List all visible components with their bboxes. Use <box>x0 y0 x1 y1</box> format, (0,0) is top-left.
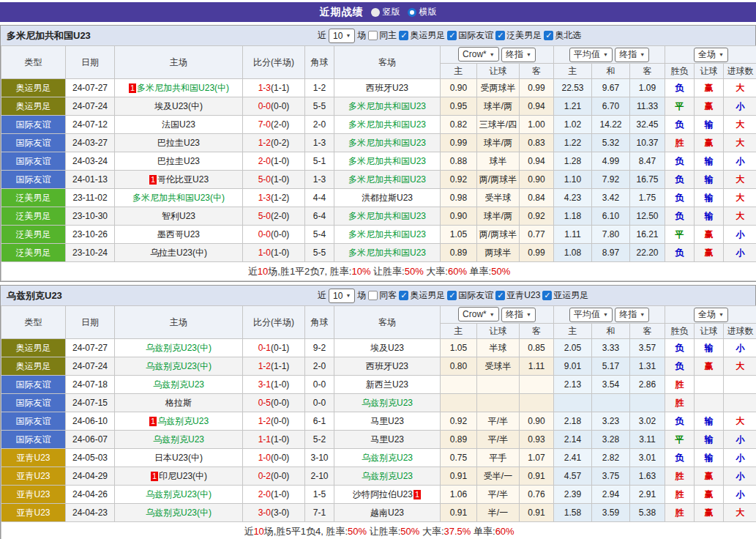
checkbox-checked-icon[interactable] <box>399 291 408 300</box>
comp-checkbox-0[interactable]: 奥运男足 <box>399 289 445 302</box>
cell-result-goals: 小 <box>724 486 756 504</box>
cell-type: 泛美男足 <box>1 207 66 226</box>
final-avg-select[interactable]: 终指▼ <box>615 48 649 62</box>
checkbox-checked-icon[interactable] <box>447 291 457 300</box>
cell-handicap: 平/半 <box>477 486 520 504</box>
cell-odds-away: 0.90 <box>520 412 554 431</box>
checkbox-checked-icon[interactable] <box>495 31 505 40</box>
final-odds-select[interactable]: 终指▼ <box>501 308 536 322</box>
final-odds-select[interactable]: 终指▼ <box>501 48 536 62</box>
cell-home-team: 1乌兹别克U23 <box>115 412 243 431</box>
checkbox-checked-icon[interactable] <box>544 31 553 40</box>
halftime-score: (0-0) <box>271 471 289 481</box>
match-count-select[interactable]: 10▼ <box>329 289 355 303</box>
chevron-down-icon: ▼ <box>603 312 608 317</box>
radio-selected-icon[interactable] <box>408 8 416 17</box>
checkbox-checked-icon[interactable] <box>542 291 552 300</box>
cell-avg-home: 1.11 <box>554 226 592 244</box>
cell-handicap <box>477 376 520 394</box>
filter-controls: 近 10▼ 场 同主 奥运男足 国际友谊 泛美男足 奥北选 <box>318 29 581 43</box>
checkbox-unchecked-icon[interactable] <box>368 291 378 300</box>
fulltime-score: 1-3 <box>258 193 271 203</box>
cell-score: 0-2(0-0) <box>243 467 305 486</box>
same-venue-checkbox[interactable]: 同客 <box>368 289 397 302</box>
radio-unselected-icon[interactable] <box>371 8 380 17</box>
cell-odds-away: 0.91 <box>520 504 554 522</box>
checkbox-checked-icon[interactable] <box>447 31 457 40</box>
layout-radio-vertical[interactable]: 竖版 <box>371 6 400 18</box>
checkbox-checked-icon[interactable] <box>399 31 408 40</box>
avg-select[interactable]: 平均值▼ <box>569 48 613 62</box>
comp-checkbox-3[interactable]: 奥北选 <box>544 29 581 42</box>
final-avg-select[interactable]: 终指▼ <box>615 308 649 322</box>
cell-score: 1-3(1-1) <box>243 79 305 97</box>
cell-date: 23-10-24 <box>66 244 115 262</box>
cell-corner: 5-5 <box>305 244 334 262</box>
home-team-name: 哥伦比亚U23 <box>157 174 209 185</box>
cell-result-goals: 大 <box>724 412 756 431</box>
odds-company-select[interactable]: Crow*▼ <box>458 307 499 321</box>
cell-result-wdl: 平 <box>665 431 695 449</box>
comp-checkbox-1[interactable]: 国际友谊 <box>447 289 493 302</box>
cell-avg-home: 2.05 <box>554 339 592 357</box>
cell-home-team: 乌兹别克U23 <box>115 431 243 449</box>
fulltime-score: 1-0 <box>258 453 271 463</box>
games-label: 场 <box>357 289 366 302</box>
cell-odds-home: 0.89 <box>441 431 477 449</box>
halftime-score: (0-2) <box>271 138 289 148</box>
checkbox-checked-icon[interactable] <box>495 291 505 300</box>
fulltime-score: 0-2 <box>258 471 271 481</box>
chevron-down-icon: ▼ <box>640 312 645 317</box>
comp-checkbox-0[interactable]: 奥运男足 <box>399 29 445 42</box>
chevron-down-icon: ▼ <box>640 52 645 57</box>
cell-result-handicap: 输 <box>695 412 724 431</box>
table-row: 亚青U2324-04-26乌兹别克U23(中)2-0(1-0)1-5沙特阿拉伯U… <box>1 486 756 504</box>
comp-checkbox-2[interactable]: 泛美男足 <box>495 29 542 42</box>
comp-checkbox-2[interactable]: 亚青U23 <box>495 289 540 302</box>
halftime-score: (0-1) <box>271 343 289 353</box>
cell-date: 24-07-24 <box>66 97 115 116</box>
home-team-name: 印尼U23(中) <box>159 471 207 481</box>
cell-odds-home: 0.91 <box>441 504 477 522</box>
away-team-name: 多米尼加共和国U23 <box>348 119 426 130</box>
layout-radio-horizontal[interactable]: 横版 <box>408 6 437 18</box>
cell-handicap: 球半 <box>477 152 520 171</box>
summary-value: 50% <box>348 526 367 537</box>
cell-handicap: 球半/两 <box>477 134 520 152</box>
fulltime-score: 0-1 <box>258 343 271 353</box>
summary-value: 60% <box>448 266 467 277</box>
cell-avg-home: 4.23 <box>554 189 592 207</box>
cell-result-goals: 大 <box>724 79 756 97</box>
cell-avg-draw: 3.54 <box>592 376 630 394</box>
same-venue-checkbox[interactable]: 同主 <box>368 29 397 42</box>
table-row: 奥运男足24-07-271多米尼加共和国U23(中)1-3(1-1)1-2西班牙… <box>1 79 756 97</box>
cell-away-team: 洪都拉斯U23 <box>334 189 441 207</box>
cell-result-handicap: 输 <box>695 116 724 134</box>
summary-label: 近 <box>248 266 258 277</box>
summary-value: 60% <box>495 526 514 537</box>
cell-home-team: 日本U23(中) <box>115 449 243 467</box>
cell-result-handicap: 赢 <box>695 79 724 97</box>
fulltime-group-header: 全场▼ <box>665 306 756 324</box>
away-team-name: 西班牙U23 <box>366 83 408 93</box>
fulltime-select[interactable]: 全场▼ <box>694 308 728 322</box>
fulltime-select[interactable]: 全场▼ <box>694 48 728 62</box>
cell-date: 24-04-29 <box>66 467 115 486</box>
cell-away-team: 马里U23 <box>334 431 441 449</box>
cell-handicap: 受半球 <box>477 189 520 207</box>
fulltime-score: 1-2 <box>258 361 271 371</box>
cell-odds-home: 0.98 <box>441 189 477 207</box>
cell-result-goals: 小 <box>724 431 756 449</box>
cell-avg-away: 2.91 <box>630 486 665 504</box>
match-count-select[interactable]: 10▼ <box>329 29 355 43</box>
comp-checkbox-1[interactable]: 国际友谊 <box>447 29 493 42</box>
comp-checkbox-3[interactable]: 亚运男足 <box>542 289 588 302</box>
checkbox-unchecked-icon[interactable] <box>368 31 378 40</box>
cell-avg-away: 3.11 <box>630 431 665 449</box>
cell-avg-draw: 3.33 <box>592 339 630 357</box>
odds-company-select[interactable]: Crow*▼ <box>458 47 499 62</box>
avg-select[interactable]: 平均值▼ <box>569 308 613 322</box>
cell-type: 泛美男足 <box>1 189 66 207</box>
cell-result-goals: 大 <box>724 189 756 207</box>
fulltime-score: 3-0 <box>258 508 271 518</box>
